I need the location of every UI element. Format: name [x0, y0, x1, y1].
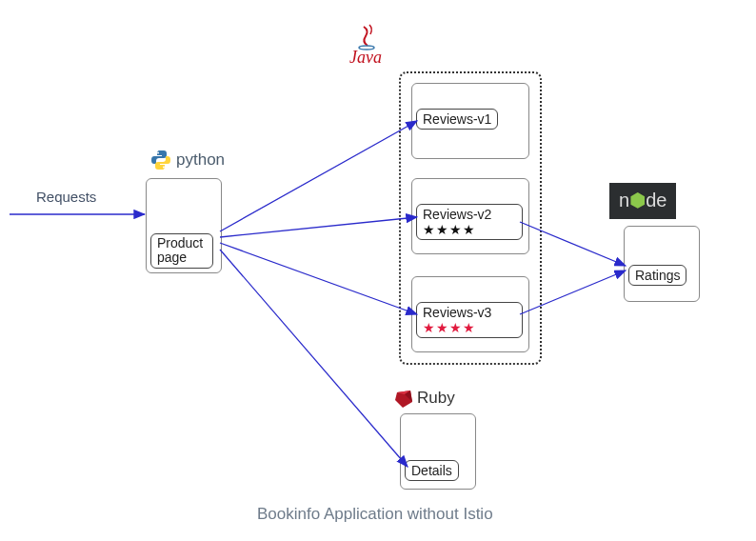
reviews-v3-label: Reviews-v3 ★★★★ — [416, 302, 523, 338]
reviews-v1-box: Reviews-v1 — [411, 83, 529, 159]
svg-line-10 — [220, 243, 417, 314]
java-label: Java — [349, 48, 382, 68]
svg-line-8 — [220, 121, 417, 231]
product-page-box: Product page — [146, 178, 222, 273]
node-icon: n⬢de — [609, 183, 676, 219]
requests-label: Requests — [36, 189, 96, 205]
details-label: Details — [405, 460, 459, 481]
svg-line-9 — [220, 217, 417, 237]
reviews-v1-label: Reviews-v1 — [416, 109, 498, 130]
ruby-icon — [393, 389, 414, 413]
python-label: python — [176, 150, 225, 170]
ratings-label: Ratings — [628, 265, 686, 286]
diagram-canvas: Requests python Product page Java Review… — [0, 0, 756, 541]
python-icon — [149, 149, 172, 175]
ratings-box: Ratings — [624, 226, 700, 302]
svg-point-1 — [163, 167, 165, 169]
product-page-label: Product page — [150, 233, 213, 269]
reviews-v2-label: Reviews-v2 ★★★★ — [416, 204, 523, 240]
svg-point-0 — [157, 152, 159, 154]
reviews-v2-text: Reviews-v2 — [423, 207, 491, 222]
reviews-v2-stars: ★★★★ — [423, 222, 476, 237]
ruby-label: Ruby — [417, 389, 455, 408]
caption: Bookinfo Application without Istio — [257, 505, 493, 524]
reviews-v3-text: Reviews-v3 — [423, 305, 491, 320]
reviews-v3-box: Reviews-v3 ★★★★ — [411, 276, 529, 352]
details-box: Details — [400, 413, 476, 490]
reviews-v3-stars: ★★★★ — [423, 320, 476, 335]
svg-line-11 — [220, 250, 408, 467]
reviews-v2-box: Reviews-v2 ★★★★ — [411, 178, 529, 254]
